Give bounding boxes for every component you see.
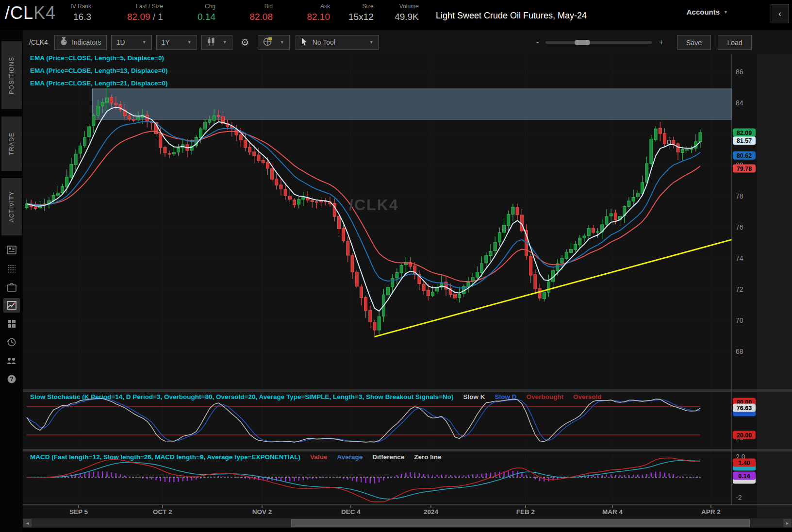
sidebar-tab-trade[interactable]: TRADE xyxy=(1,116,22,171)
people-icon[interactable] xyxy=(3,353,20,368)
chart-panel[interactable]: /CLK4 8684828078767472706880202.0-2SEP 5… xyxy=(23,54,792,518)
field-chg: Chg 0.14 xyxy=(182,3,215,23)
indicators-button[interactable]: Indicators xyxy=(54,35,107,50)
history-icon[interactable] xyxy=(3,335,20,349)
svg-text:76: 76 xyxy=(736,223,743,231)
zoom-slider[interactable] xyxy=(545,41,652,44)
scroll-left-button[interactable]: ◄ xyxy=(23,519,32,527)
chevron-down-icon: ▼ xyxy=(142,40,147,45)
help-icon[interactable]: ? xyxy=(3,372,20,386)
field-iv-rank: IV Rank 16.3 xyxy=(63,3,91,23)
symbol-month: K4 xyxy=(33,3,56,23)
zoom-out-button[interactable]: - xyxy=(536,38,539,47)
svg-text:86: 86 xyxy=(736,68,743,76)
svg-text:72: 72 xyxy=(736,285,743,293)
chart-type-dropdown[interactable]: ▼ xyxy=(201,35,232,50)
chevron-down-icon: ▼ xyxy=(280,40,284,45)
svg-text:79.78: 79.78 xyxy=(737,166,752,172)
collapse-panel-button[interactable]: ‹ xyxy=(771,4,789,23)
gear-icon: ⚙ xyxy=(241,36,249,48)
chevron-down-icon: ▼ xyxy=(187,40,192,45)
svg-text:2024: 2024 xyxy=(424,508,439,515)
study-header-ema5[interactable]: EMA (Price=CLOSE, Length=5, Displace=0) xyxy=(30,54,164,62)
save-button[interactable]: Save xyxy=(677,35,711,50)
chevron-down-icon: ▼ xyxy=(724,10,728,15)
svg-text:1.40: 1.40 xyxy=(738,460,750,466)
svg-text:DEC 4: DEC 4 xyxy=(341,508,361,515)
chart-canvas[interactable]: 8684828078767472706880202.0-2SEP 5OCT 2N… xyxy=(23,54,792,518)
zoom-control: - + xyxy=(536,30,664,54)
chart-settings-button[interactable]: ⚙ xyxy=(237,35,253,50)
sidebar-tab-positions[interactable]: POSITIONS xyxy=(1,41,22,109)
quadrant-drawing-icon xyxy=(263,37,272,48)
chart-watermark: /CLK4 xyxy=(349,196,398,214)
svg-text:FEB 2: FEB 2 xyxy=(516,508,535,515)
study-header-ema21[interactable]: EMA (Price=CLOSE, Length=21, Displace=0) xyxy=(30,80,167,87)
quote-fields: IV Rank 16.3 Last / Size 82.09 / 1 Chg 0… xyxy=(63,3,419,23)
legend-value: Value xyxy=(310,453,327,461)
legend-difference: Difference xyxy=(372,453,404,461)
legend-oversold: Oversold xyxy=(573,393,602,400)
svg-text:80.62: 80.62 xyxy=(737,152,752,159)
svg-text:82.09: 82.09 xyxy=(737,130,752,136)
flask-icon xyxy=(60,37,68,47)
field-bid: Bid 82.08 xyxy=(234,3,273,23)
svg-text:APR 2: APR 2 xyxy=(701,508,721,515)
svg-text:NOV 2: NOV 2 xyxy=(252,508,272,515)
chevron-left-icon: ‹ xyxy=(778,9,781,19)
range-dropdown[interactable]: 1Y▼ xyxy=(156,35,197,50)
study-header-stochastic[interactable]: Slow Stochastic (K Period=14, D Period=3… xyxy=(30,393,601,400)
contract-description: Light Sweet Crude Oil Futures, May-24 xyxy=(436,11,587,21)
svg-text:SEP 5: SEP 5 xyxy=(69,508,88,515)
svg-text:OCT 2: OCT 2 xyxy=(153,508,172,515)
toolbar-symbol: /CLK4 xyxy=(29,38,48,46)
field-last-size: Last / Size 82.09 / 1 xyxy=(110,3,163,23)
study-header-macd[interactable]: MACD (Fast length=12, Slow length=26, MA… xyxy=(30,453,441,461)
svg-text:76.63: 76.63 xyxy=(737,405,752,412)
svg-text:78: 78 xyxy=(736,192,743,200)
list-icon[interactable] xyxy=(3,261,20,276)
svg-text:68: 68 xyxy=(736,348,743,355)
sidebar-tab-activity[interactable]: ACTIVITY xyxy=(1,178,22,235)
chart-toolbar: /CLK4 Indicators 1D▼ 1Y▼ ▼ ⚙ ▼ xyxy=(23,30,792,54)
legend-average: Average xyxy=(337,453,363,461)
scroll-right-button[interactable]: ► xyxy=(783,519,792,527)
zoom-in-button[interactable]: + xyxy=(659,38,663,47)
cursor-icon xyxy=(301,37,308,47)
svg-text:-2: -2 xyxy=(736,494,742,501)
field-size: Size 15x12 xyxy=(348,3,374,23)
legend-overbought: Overbought xyxy=(526,393,563,400)
quote-header: /CLK4 IV Rank 16.3 Last / Size 82.09 / 1… xyxy=(0,0,792,30)
tv-icon[interactable] xyxy=(3,280,20,294)
svg-text:84: 84 xyxy=(736,99,743,107)
active-tool-dropdown[interactable]: No Tool ▼ xyxy=(296,35,379,50)
timeframe-dropdown[interactable]: 1D▼ xyxy=(111,35,152,50)
zoom-slider-thumb[interactable] xyxy=(575,40,590,45)
svg-text:MAR 4: MAR 4 xyxy=(602,508,623,515)
legend-zero-line: Zero line xyxy=(414,453,441,461)
chart-icon[interactable] xyxy=(3,298,20,313)
time-scrollbar[interactable]: ◄ ► xyxy=(23,518,792,528)
svg-text:?: ? xyxy=(10,376,13,382)
field-volume: Volume 49.9K xyxy=(392,3,419,23)
svg-text:0.14: 0.14 xyxy=(738,473,750,480)
svg-text:70: 70 xyxy=(736,316,743,324)
symbol-root: /CL xyxy=(5,3,33,23)
svg-text:74: 74 xyxy=(736,254,743,262)
load-button[interactable]: Load xyxy=(718,35,752,50)
legend-slow-k: Slow K xyxy=(463,393,485,400)
scrollbar-thumb[interactable] xyxy=(291,519,750,527)
study-header-ema13[interactable]: EMA (Price=CLOSE, Length=13, Displace=0) xyxy=(30,67,167,74)
grid-icon[interactable] xyxy=(3,316,20,331)
chevron-down-icon: ▼ xyxy=(223,40,227,45)
candlestick-icon xyxy=(207,37,215,47)
drawing-set-dropdown[interactable]: ▼ xyxy=(258,35,290,50)
symbol-title: /CLK4 xyxy=(5,3,56,23)
accounts-menu[interactable]: Accounts ▼ xyxy=(687,8,728,16)
trading-app-window: /CLK4 IV Rank 16.3 Last / Size 82.09 / 1… xyxy=(0,0,792,532)
news-icon[interactable] xyxy=(3,243,20,257)
field-ask: Ask 82.10 xyxy=(291,3,330,23)
legend-slow-d: Slow D xyxy=(495,393,516,400)
svg-text:20.00: 20.00 xyxy=(737,432,752,439)
chevron-down-icon: ▼ xyxy=(369,40,374,45)
